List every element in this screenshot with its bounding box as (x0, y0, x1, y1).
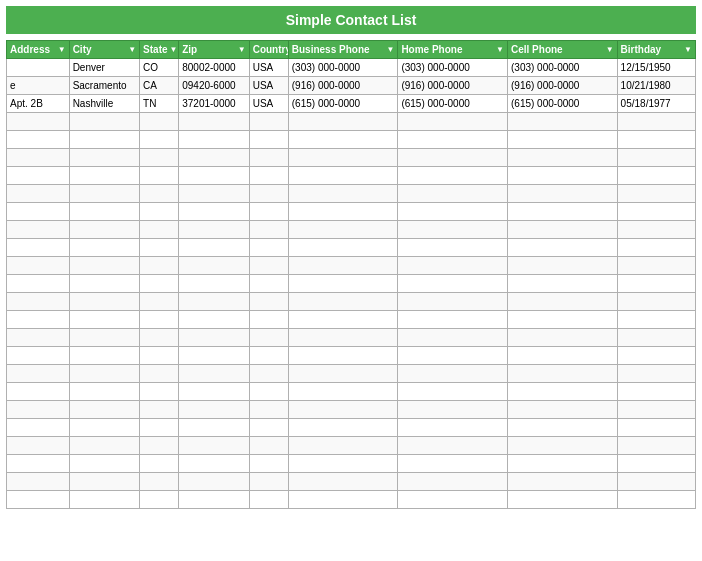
cell-empty[interactable] (179, 365, 249, 383)
cell-empty[interactable] (7, 131, 70, 149)
cell-empty[interactable] (398, 131, 508, 149)
table-row-empty[interactable] (7, 491, 696, 509)
cell-empty[interactable] (617, 491, 695, 509)
cell-empty[interactable] (179, 491, 249, 509)
cell-empty[interactable] (249, 491, 288, 509)
cell-empty[interactable] (140, 131, 179, 149)
cell-empty[interactable] (617, 293, 695, 311)
cell-empty[interactable] (617, 257, 695, 275)
cell-empty[interactable] (140, 491, 179, 509)
cell-empty[interactable] (69, 221, 139, 239)
table-row-empty[interactable] (7, 149, 696, 167)
cell-empty[interactable] (508, 401, 618, 419)
cell-empty[interactable] (179, 311, 249, 329)
cell-birthday[interactable]: 10/21/1980 (617, 77, 695, 95)
cell-empty[interactable] (249, 149, 288, 167)
cell-empty[interactable] (288, 293, 398, 311)
cell-empty[interactable] (69, 437, 139, 455)
cell-empty[interactable] (140, 419, 179, 437)
cell-empty[interactable] (69, 113, 139, 131)
cell-empty[interactable] (179, 329, 249, 347)
cell-empty[interactable] (398, 185, 508, 203)
cell-empty[interactable] (140, 365, 179, 383)
cell-empty[interactable] (69, 131, 139, 149)
cell-empty[interactable] (617, 239, 695, 257)
cell-empty[interactable] (508, 365, 618, 383)
cell-empty[interactable] (69, 167, 139, 185)
cell-empty[interactable] (7, 365, 70, 383)
cell-empty[interactable] (7, 329, 70, 347)
cell-birthday[interactable]: 05/18/1977 (617, 95, 695, 113)
cell-empty[interactable] (398, 419, 508, 437)
cell-empty[interactable] (617, 185, 695, 203)
cell-zip[interactable]: 09420-6000 (179, 77, 249, 95)
cell-empty[interactable] (69, 275, 139, 293)
cell-empty[interactable] (69, 149, 139, 167)
cell-empty[interactable] (398, 203, 508, 221)
cell-empty[interactable] (398, 113, 508, 131)
cell-empty[interactable] (69, 203, 139, 221)
cell-empty[interactable] (508, 491, 618, 509)
table-row-empty[interactable] (7, 203, 696, 221)
cell-empty[interactable] (7, 185, 70, 203)
cell-empty[interactable] (249, 131, 288, 149)
cell-empty[interactable] (7, 239, 70, 257)
cell-empty[interactable] (140, 473, 179, 491)
cell-empty[interactable] (7, 455, 70, 473)
table-row[interactable]: eSacramentoCA09420-6000USA(916) 000-0000… (7, 77, 696, 95)
cell-empty[interactable] (617, 311, 695, 329)
cell-empty[interactable] (508, 275, 618, 293)
cell-empty[interactable] (508, 203, 618, 221)
col-header-home-phone[interactable]: Home Phone ▼ (398, 41, 508, 59)
col-header-city[interactable]: City ▼ (69, 41, 139, 59)
cell-empty[interactable] (288, 473, 398, 491)
table-row-empty[interactable] (7, 131, 696, 149)
cell-empty[interactable] (288, 455, 398, 473)
cell-empty[interactable] (140, 167, 179, 185)
cell-empty[interactable] (617, 329, 695, 347)
cell-empty[interactable] (508, 347, 618, 365)
cell-empty[interactable] (69, 239, 139, 257)
cell-empty[interactable] (398, 167, 508, 185)
cell-empty[interactable] (179, 167, 249, 185)
cell-empty[interactable] (288, 149, 398, 167)
cell-empty[interactable] (398, 239, 508, 257)
cell-empty[interactable] (7, 401, 70, 419)
cell-empty[interactable] (249, 365, 288, 383)
cell-empty[interactable] (508, 311, 618, 329)
cell-address[interactable] (7, 59, 70, 77)
cell-empty[interactable] (288, 437, 398, 455)
cell-empty[interactable] (249, 221, 288, 239)
cell-empty[interactable] (69, 185, 139, 203)
table-row-empty[interactable] (7, 275, 696, 293)
cell-empty[interactable] (69, 401, 139, 419)
table-row-empty[interactable] (7, 455, 696, 473)
cell-empty[interactable] (288, 275, 398, 293)
cell-cell_phone[interactable]: (916) 000-0000 (508, 77, 618, 95)
cell-empty[interactable] (508, 221, 618, 239)
cell-empty[interactable] (179, 131, 249, 149)
col-header-state[interactable]: State ▼ (140, 41, 179, 59)
cell-empty[interactable] (508, 455, 618, 473)
cell-empty[interactable] (508, 185, 618, 203)
zip-dropdown-icon[interactable]: ▼ (238, 45, 246, 54)
cell-empty[interactable] (7, 257, 70, 275)
cell-empty[interactable] (69, 329, 139, 347)
cell-state[interactable]: CO (140, 59, 179, 77)
cell-empty[interactable] (7, 113, 70, 131)
cell-cell_phone[interactable]: (303) 000-0000 (508, 59, 618, 77)
cell-empty[interactable] (140, 347, 179, 365)
cell-city[interactable]: Sacramento (69, 77, 139, 95)
cell-empty[interactable] (398, 275, 508, 293)
col-header-cell-phone[interactable]: Cell Phone ▼ (508, 41, 618, 59)
cell-empty[interactable] (69, 383, 139, 401)
cell-empty[interactable] (398, 383, 508, 401)
cell-empty[interactable] (288, 203, 398, 221)
table-row-empty[interactable] (7, 311, 696, 329)
cell-empty[interactable] (69, 419, 139, 437)
cell-empty[interactable] (7, 311, 70, 329)
cell-state[interactable]: CA (140, 77, 179, 95)
cell-empty[interactable] (7, 491, 70, 509)
cell-empty[interactable] (69, 347, 139, 365)
table-row-empty[interactable] (7, 221, 696, 239)
